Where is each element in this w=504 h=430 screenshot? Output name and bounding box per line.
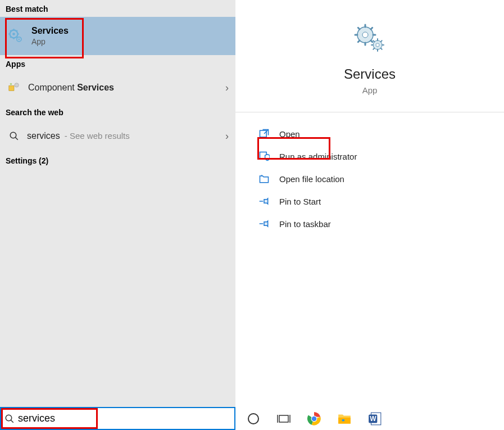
action-run-as-administrator[interactable]: Run as administrator [235, 145, 504, 168]
svg-point-18 [362, 32, 368, 38]
details-header: Services App [235, 0, 504, 112]
svg-point-1 [12, 33, 15, 35]
chevron-right-icon: › [225, 130, 229, 142]
services-gear-icon-large [353, 22, 387, 56]
cortana-icon[interactable] [246, 411, 261, 427]
web-result-services[interactable]: services - See web results › [0, 120, 235, 152]
svg-line-6 [10, 30, 11, 31]
app-result-component-services[interactable]: Component Services › [0, 72, 235, 103]
folder-icon [258, 173, 270, 185]
svg-point-11 [18, 38, 20, 40]
best-match-result-services[interactable]: Services App [0, 17, 235, 55]
apps-header: Apps [0, 55, 235, 72]
svg-line-16 [15, 137, 18, 140]
action-pin-to-taskbar[interactable]: Pin to taskbar [235, 212, 504, 235]
svg-line-9 [16, 30, 17, 31]
svg-rect-51 [342, 419, 344, 421]
action-pin-to-start[interactable]: Pin to Start [235, 190, 504, 212]
svg-point-13 [15, 83, 19, 87]
web-header: Search the web [0, 103, 235, 120]
svg-rect-12 [9, 85, 14, 90]
svg-line-34 [381, 48, 382, 49]
services-gear-icon [6, 26, 26, 46]
search-results-pane: Best match Services App Apps Component S… [0, 0, 235, 407]
search-box[interactable] [0, 407, 235, 430]
svg-line-42 [11, 420, 13, 423]
svg-point-41 [6, 415, 12, 421]
app-result-label: Component Services [28, 83, 114, 93]
svg-point-28 [376, 43, 379, 47]
best-match-header: Best match [0, 0, 235, 17]
svg-rect-44 [279, 415, 288, 422]
svg-point-49 [312, 416, 317, 421]
task-view-icon[interactable] [276, 411, 292, 427]
action-open-file-location[interactable]: Open file location [235, 168, 504, 190]
file-explorer-icon[interactable] [337, 411, 352, 427]
svg-line-25 [358, 40, 360, 42]
action-open[interactable]: Open [235, 123, 504, 145]
search-icon [6, 128, 22, 144]
details-title: Services [344, 66, 396, 82]
pin-taskbar-icon [258, 218, 270, 230]
web-result-label: services - See web results [27, 131, 130, 141]
svg-line-26 [371, 28, 373, 29]
svg-text:W: W [370, 415, 376, 423]
admin-shield-icon [258, 150, 270, 162]
chrome-icon[interactable] [306, 411, 322, 427]
word-icon[interactable]: W [367, 411, 383, 427]
svg-line-36 [381, 40, 382, 42]
svg-rect-37 [260, 130, 267, 137]
action-list: Open Run as administrator Open file loca… [235, 112, 504, 245]
svg-line-33 [373, 40, 374, 42]
result-subtitle: App [31, 37, 69, 46]
chevron-right-icon: › [225, 82, 229, 94]
svg-line-24 [371, 40, 373, 42]
svg-point-14 [10, 83, 12, 85]
search-icon [1, 414, 18, 424]
result-title: Services [31, 26, 69, 36]
component-services-icon [6, 79, 22, 96]
svg-line-35 [373, 48, 374, 49]
details-pane: Services App Open Run as administrator [235, 0, 504, 407]
svg-line-8 [10, 37, 11, 38]
svg-point-15 [10, 132, 16, 138]
svg-line-23 [358, 28, 360, 29]
settings-header: Settings (2) [0, 152, 235, 169]
details-subtitle: App [362, 85, 378, 95]
open-icon [258, 128, 270, 140]
taskbar: W [0, 407, 504, 430]
svg-point-43 [248, 414, 258, 424]
search-input[interactable] [18, 408, 234, 429]
pin-start-icon [258, 195, 270, 207]
